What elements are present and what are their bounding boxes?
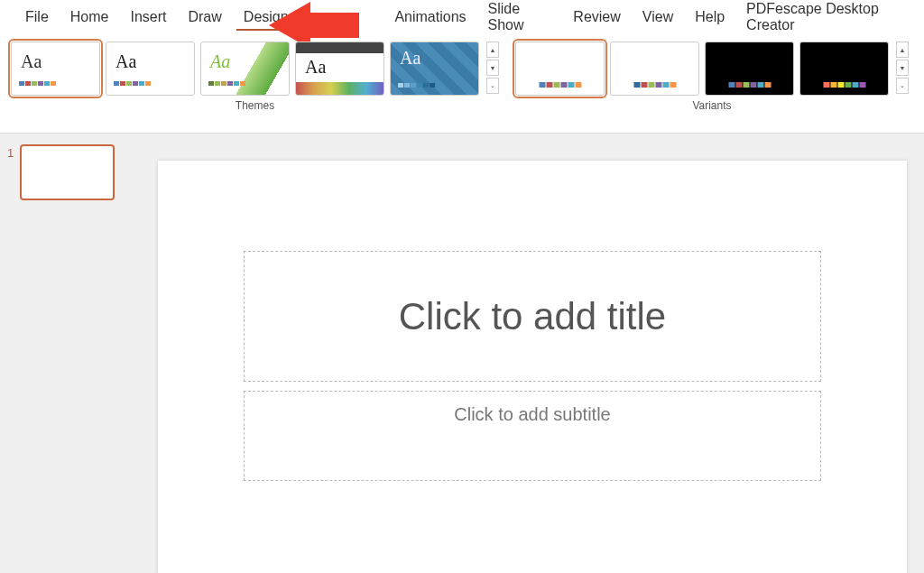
theme-organic[interactable]: Aa — [200, 42, 290, 96]
variants-spinner: ▲ ▼ ⌄ — [896, 42, 909, 94]
workspace: 1 Click to add title Click to add subtit… — [0, 134, 924, 573]
slide-canvas[interactable]: Click to add title Click to add subtitle — [158, 161, 907, 573]
themes-scroll-up-button[interactable]: ▲ — [486, 42, 499, 58]
tab-insert[interactable]: Insert — [123, 4, 173, 31]
tab-design[interactable]: Design — [236, 4, 296, 31]
ribbon: File Home Insert Draw Design Animations … — [0, 0, 924, 134]
variants-scroll-down-button[interactable]: ▼ — [896, 60, 909, 76]
tab-file[interactable]: File — [18, 4, 56, 31]
variant-3[interactable] — [705, 42, 794, 96]
tab-view[interactable]: View — [635, 4, 680, 31]
variant-1[interactable] — [515, 42, 605, 96]
theme-colors — [114, 81, 151, 86]
theme-colors — [398, 83, 435, 88]
variants-group-label: Variants — [692, 99, 731, 112]
tab-slideshow[interactable]: Slide Show — [481, 0, 559, 39]
variant-2[interactable] — [610, 42, 699, 96]
more-icon: ⌄ — [900, 82, 905, 89]
chevron-down-icon: ▼ — [490, 65, 496, 71]
more-icon: ⌄ — [490, 82, 495, 89]
tab-help[interactable]: Help — [688, 4, 732, 31]
chevron-down-icon: ▼ — [900, 65, 906, 71]
variant-colors — [728, 82, 771, 88]
variants-more-button[interactable]: ⌄ — [896, 78, 909, 94]
theme-aa-label: Aa — [116, 51, 136, 72]
theme-aa-label: Aa — [210, 51, 230, 72]
theme-retrospect[interactable]: Aa — [390, 42, 479, 96]
themes-group-label: Themes — [236, 99, 274, 112]
chevron-up-icon: ▲ — [900, 47, 906, 53]
theme-facet[interactable]: Aa — [106, 42, 195, 96]
variant-colors — [823, 82, 865, 88]
theme-colors — [208, 81, 245, 86]
themes-spinner: ▲ ▼ ⌄ — [486, 42, 499, 94]
slide-entry: 1 — [7, 144, 115, 200]
variants-scroll-up-button[interactable]: ▲ — [896, 42, 909, 58]
variant-colors — [539, 82, 581, 88]
theme-aa-label: Aa — [400, 48, 420, 69]
tab-pdfescape[interactable]: PDFescape Desktop Creator — [739, 0, 917, 39]
themes-group: Aa Aa Aa — [11, 42, 499, 131]
tab-home[interactable]: Home — [63, 4, 116, 31]
slide-editor: Click to add title Click to add subtitle — [140, 134, 924, 573]
themes-more-button[interactable]: ⌄ — [486, 78, 499, 94]
variant-4[interactable] — [799, 42, 889, 96]
subtitle-placeholder[interactable]: Click to add subtitle — [244, 391, 821, 481]
slide-number: 1 — [7, 146, 16, 160]
theme-aa-label: Aa — [305, 57, 326, 78]
subtitle-placeholder-text: Click to add subtitle — [454, 404, 610, 425]
chevron-up-icon: ▲ — [490, 47, 496, 53]
slide-thumbnail-1[interactable] — [20, 144, 115, 200]
theme-colors — [19, 81, 56, 86]
ribbon-tabs: File Home Insert Draw Design Animations … — [0, 0, 924, 34]
theme-ion[interactable]: Aa — [295, 42, 384, 96]
title-placeholder-text: Click to add title — [399, 295, 666, 338]
themes-scroll-down-button[interactable]: ▼ — [486, 60, 499, 76]
variants-group: ▲ ▼ ⌄ Variants — [515, 42, 909, 131]
tab-animations[interactable]: Animations — [387, 4, 473, 31]
theme-aa-label: Aa — [21, 51, 42, 72]
slide-thumbnails-panel: 1 — [0, 134, 140, 573]
title-placeholder[interactable]: Click to add title — [244, 251, 821, 382]
ribbon-groups: Aa Aa Aa — [0, 34, 924, 134]
tab-draw[interactable]: Draw — [180, 4, 228, 31]
variant-colors — [633, 82, 676, 88]
tab-review[interactable]: Review — [566, 4, 627, 31]
theme-office[interactable]: Aa — [11, 42, 100, 96]
